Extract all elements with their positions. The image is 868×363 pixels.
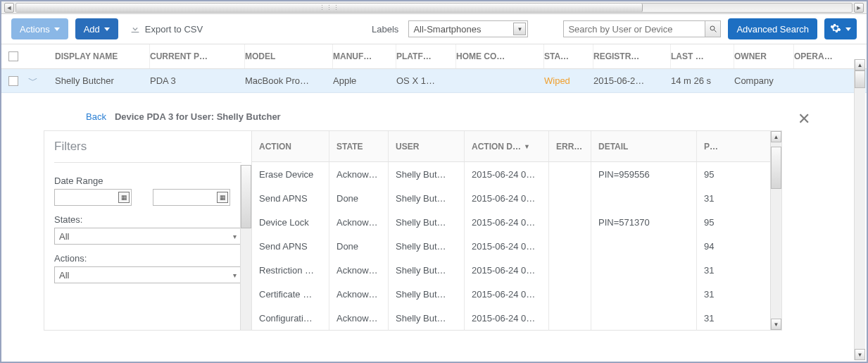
col-last[interactable]: LAST …: [671, 44, 734, 68]
col-current-p[interactable]: CURRENT P…: [150, 44, 245, 68]
col-detail[interactable]: DETAIL: [591, 131, 697, 161]
scroll-down-arrow[interactable]: ▼: [855, 349, 865, 360]
cell-p: 31: [697, 186, 731, 210]
col-action[interactable]: ACTION: [252, 131, 329, 161]
scroll-up-arrow[interactable]: ▲: [855, 59, 865, 70]
cell-date: 2015-06-24 0…: [465, 282, 549, 306]
scroll-down-arrow[interactable]: ▼: [771, 319, 781, 330]
action-row[interactable]: Restriction …Acknow…Shelly But…2015-06-2…: [252, 258, 770, 282]
cell-user: Shelly But…: [389, 258, 465, 282]
col-sta[interactable]: STA…: [544, 44, 593, 68]
cell-home: [456, 69, 544, 92]
action-row[interactable]: Erase DeviceAcknow…Shelly But…2015-06-24…: [252, 162, 770, 186]
states-select[interactable]: All ▾: [54, 228, 241, 245]
date-to-input[interactable]: ▦: [153, 189, 230, 206]
cell-state: Acknow…: [329, 210, 389, 234]
scroll-up-arrow[interactable]: ▲: [771, 131, 781, 142]
hscroll-left-arrow[interactable]: ◄: [4, 3, 14, 13]
caret-down-icon: [845, 27, 851, 31]
page-vscroll-thumb[interactable]: [855, 70, 865, 88]
cell-date: 2015-06-24 0…: [465, 258, 549, 282]
detail-panel: Back Device PDA 3 for User: Shelly Butch…: [44, 107, 782, 347]
cell-p: 31: [697, 306, 731, 330]
cell-user: Shelly But…: [389, 306, 465, 330]
close-icon[interactable]: ✕: [798, 110, 810, 128]
cell-state: Acknow…: [329, 282, 389, 306]
top-hscroll[interactable]: ◄ ⋮⋮⋮ ►: [1, 1, 867, 14]
hscroll-track[interactable]: ⋮⋮⋮: [15, 3, 853, 13]
col-registr[interactable]: REGISTR…: [593, 44, 671, 68]
detail-header: Back Device PDA 3 for User: Shelly Butch…: [44, 107, 782, 130]
hscroll-thumb[interactable]: ⋮⋮⋮: [16, 4, 643, 12]
export-csv-link[interactable]: Export to CSV: [130, 23, 203, 35]
labels-label: Labels: [372, 24, 398, 35]
cell-action: Configurati…: [252, 306, 329, 330]
labels-select[interactable]: All-Smartphones ▼: [408, 20, 528, 37]
grid-header-row: DISPLAY NAME CURRENT P… MODEL MANUF… PLA…: [1, 44, 867, 69]
cell-action: Restriction …: [252, 258, 329, 282]
action-grid-body: Erase DeviceAcknow…Shelly But…2015-06-24…: [252, 162, 770, 330]
cell-err: [549, 258, 591, 282]
action-row[interactable]: Configurati…Acknow…Shelly But…2015-06-24…: [252, 306, 770, 330]
settings-button[interactable]: [824, 18, 857, 39]
cell-display-name: Shelly Butcher: [55, 69, 150, 92]
caret-down-icon: [54, 27, 60, 31]
table-row[interactable]: ﹀ Shelly Butcher PDA 3 MacBook Pro… Appl…: [1, 69, 867, 93]
col-owner[interactable]: OWNER: [734, 44, 794, 68]
col-platf[interactable]: PLATF…: [396, 44, 456, 68]
cell-opera: [794, 69, 849, 92]
advanced-search-button[interactable]: Advanced Search: [728, 18, 817, 39]
cell-status: Wiped: [544, 69, 593, 92]
col-state[interactable]: STATE: [329, 131, 389, 161]
col-opera[interactable]: OPERA…: [794, 44, 849, 68]
action-scroll-thumb[interactable]: [771, 147, 781, 189]
cell-platf: OS X 1…: [396, 69, 456, 92]
action-row[interactable]: Certificate …Acknow…Shelly But…2015-06-2…: [252, 282, 770, 306]
action-row[interactable]: Send APNSDoneShelly But…2015-06-24 0…94: [252, 234, 770, 258]
col-action-date-label: ACTION D…: [472, 142, 521, 152]
row-checkbox[interactable]: [8, 76, 18, 86]
col-display-name[interactable]: DISPLAY NAME: [55, 44, 150, 68]
cell-detail: [591, 306, 697, 330]
cell-state: Done: [329, 186, 389, 210]
search-button[interactable]: [705, 21, 720, 37]
col-model[interactable]: MODEL: [245, 44, 333, 68]
page-vscroll[interactable]: ▲ ▼: [854, 59, 865, 360]
col-home[interactable]: HOME CO…: [456, 44, 544, 68]
page-vscroll-track[interactable]: [855, 70, 865, 349]
action-row[interactable]: Send APNSDoneShelly But…2015-06-24 0…31: [252, 186, 770, 210]
hscroll-right-arrow[interactable]: ►: [854, 3, 864, 13]
cell-state: Acknow…: [329, 306, 389, 330]
cell-user: Shelly But…: [389, 234, 465, 258]
row-checkbox-cell: [8, 69, 28, 92]
actions-button[interactable]: Actions: [11, 18, 68, 39]
action-grid-scrollbar[interactable]: ▲ ▼: [770, 131, 781, 330]
filters-scrollbar[interactable]: [240, 165, 251, 330]
col-err[interactable]: ERR…: [549, 131, 591, 161]
col-action-date[interactable]: ACTION D… ▼: [465, 131, 549, 161]
search-input[interactable]: [564, 24, 705, 35]
col-p[interactable]: P…: [697, 131, 731, 161]
col-manuf[interactable]: MANUF…: [333, 44, 396, 68]
gear-icon: [830, 23, 841, 36]
cell-err: [549, 306, 591, 330]
svg-line-1: [714, 30, 716, 32]
row-expand-cell[interactable]: ﹀: [28, 69, 55, 92]
add-button[interactable]: Add: [75, 18, 118, 39]
col-user[interactable]: USER: [389, 131, 465, 161]
cell-registr: 2015-06-2…: [593, 69, 671, 92]
cell-detail: [591, 282, 697, 306]
select-all-checkbox[interactable]: [8, 51, 18, 61]
date-from-input[interactable]: ▦: [54, 189, 132, 206]
cell-err: [549, 282, 591, 306]
cell-action: Certificate …: [252, 282, 329, 306]
back-link[interactable]: Back: [86, 111, 106, 122]
filters-scroll-thumb[interactable]: [241, 165, 251, 228]
actions-select[interactable]: All ▾: [54, 266, 241, 283]
cell-user: Shelly But…: [389, 282, 465, 306]
hscroll-grip-icon: ⋮⋮⋮: [319, 4, 340, 11]
action-row[interactable]: Device LockAcknow…Shelly But…2015-06-24 …: [252, 210, 770, 234]
cell-date: 2015-06-24 0…: [465, 186, 549, 210]
chevron-down-icon: ▼: [513, 23, 526, 35]
cell-action: Send APNS: [252, 234, 329, 258]
